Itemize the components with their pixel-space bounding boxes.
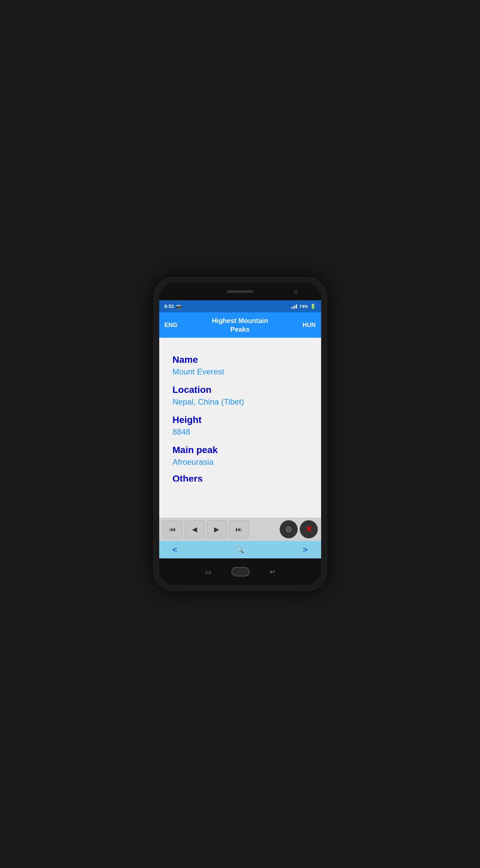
top-bezel <box>159 283 321 300</box>
skip-back-button[interactable]: ⏮ <box>162 520 183 538</box>
back-nav-button[interactable]: < <box>173 545 177 554</box>
app-title: Highest Mountain Peaks <box>212 316 268 334</box>
home-button[interactable] <box>232 567 249 577</box>
status-left: 8:53 📷 <box>164 304 182 309</box>
location-label: Location <box>173 384 308 395</box>
camera-status-icon: 📷 <box>176 304 182 309</box>
forward-nav-button[interactable]: > <box>303 545 307 554</box>
signal-bar-1 <box>291 307 292 309</box>
skip-forward-button[interactable]: ⏭ <box>229 520 249 538</box>
close-button[interactable]: ✕ <box>300 520 318 538</box>
search-nav-button[interactable]: 🔍 <box>236 546 244 554</box>
signal-bars <box>291 304 297 309</box>
main-peak-value: Afroeurasia <box>173 457 308 467</box>
app-title-text: Highest Mountain Peaks <box>212 317 268 333</box>
back-nav-icon[interactable]: ↩ <box>270 568 275 576</box>
status-bar: 8:53 📷 74% 🔋 <box>159 300 321 312</box>
speaker-grille <box>227 290 253 293</box>
close-x-icon: ✕ <box>305 525 312 534</box>
prev-button[interactable]: ◀ <box>185 520 205 538</box>
content-area: Name Mount Everest Location Nepal, China… <box>159 338 321 518</box>
media-toolbar: ⏮ ◀ ▶ ⏭ ✕ <box>159 518 321 541</box>
lang-hun-button[interactable]: HUN <box>303 322 316 329</box>
name-value: Mount Everest <box>173 367 308 376</box>
others-field-group: Others <box>173 468 308 482</box>
speaker-button[interactable] <box>280 520 298 538</box>
height-value: 8848 <box>173 427 308 437</box>
battery-display: 74% <box>299 304 308 309</box>
height-field-group: Height 8848 <box>173 408 308 438</box>
others-label: Others <box>173 473 308 482</box>
time-display: 8:53 <box>164 304 174 309</box>
recents-nav-icon[interactable]: ▭ <box>205 568 211 576</box>
location-value: Nepal, China (Tibet) <box>173 397 308 407</box>
main-peak-field-group: Main peak Afroeurasia <box>173 438 308 468</box>
lang-eng-button[interactable]: ENG <box>164 322 178 329</box>
signal-bar-3 <box>294 305 295 309</box>
main-peak-label: Main peak <box>173 445 308 456</box>
play-button[interactable]: ▶ <box>207 520 227 538</box>
height-label: Height <box>173 414 308 425</box>
status-right: 74% 🔋 <box>291 304 316 309</box>
phone-screen: 8:53 📷 74% 🔋 ENG Highest Mountain Peaks … <box>159 283 321 585</box>
bottom-bezel: ▭ ↩ <box>159 558 321 585</box>
bottom-nav: < 🔍 > <box>159 541 321 558</box>
location-field-group: Location Nepal, China (Tibet) <box>173 378 308 408</box>
battery-icon: 🔋 <box>310 304 316 309</box>
name-field-group: Name Mount Everest <box>173 348 308 378</box>
name-label: Name <box>173 354 308 365</box>
app-header: ENG Highest Mountain Peaks HUN <box>159 312 321 338</box>
signal-bar-4 <box>296 304 297 309</box>
signal-bar-2 <box>293 306 294 309</box>
speaker-inner-icon <box>284 525 293 534</box>
front-camera <box>294 289 298 293</box>
phone-frame: 8:53 📷 74% 🔋 ENG Highest Mountain Peaks … <box>153 277 327 591</box>
